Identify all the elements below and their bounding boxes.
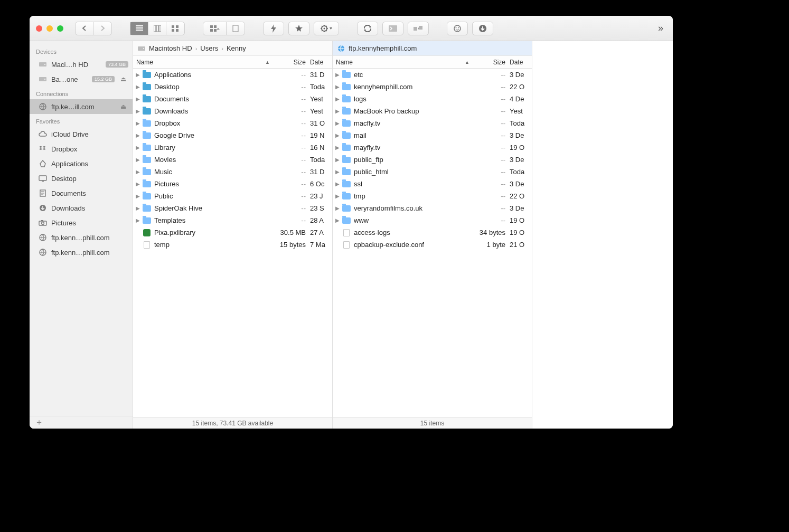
- disclosure-icon[interactable]: ▶: [134, 157, 142, 163]
- disclosure-icon[interactable]: ▶: [134, 181, 142, 187]
- close-button[interactable]: [36, 25, 42, 32]
- arrange-button[interactable]: [203, 22, 227, 35]
- list-item[interactable]: ▶ public_ftp -- 3 De: [333, 154, 532, 166]
- favorite-button[interactable]: [288, 22, 309, 35]
- list-item[interactable]: ▶ Music -- 31 D: [133, 166, 332, 178]
- maximize-button[interactable]: [57, 25, 63, 32]
- list-item[interactable]: cpbackup-exclude.conf 1 byte 21 O: [333, 239, 532, 251]
- list-item[interactable]: ▶ tmp -- 22 O: [333, 190, 532, 202]
- list-item[interactable]: ▶ Desktop -- Toda: [133, 81, 332, 93]
- list-item[interactable]: ▶ mail -- 3 De: [333, 129, 532, 141]
- list-item[interactable]: ▶ public_html -- Toda: [333, 166, 532, 178]
- sidebar-item-ba-one[interactable]: Ba…one 15.2 GB ⏏: [30, 72, 133, 87]
- disclosure-icon[interactable]: ▶: [334, 169, 341, 175]
- list-item[interactable]: ▶ mayfly.tv -- 19 O: [333, 141, 532, 154]
- list-item[interactable]: ▶ kennyhemphill.com -- 22 O: [333, 81, 532, 93]
- list-item[interactable]: ▶ Applications -- 31 D: [133, 69, 332, 81]
- disclosure-icon[interactable]: ▶: [334, 96, 341, 102]
- list-item[interactable]: ▶ ssl -- 3 De: [333, 178, 532, 190]
- list-item[interactable]: ▶ MacBook Pro backup -- Yest: [333, 105, 532, 117]
- breadcrumb[interactable]: Users: [200, 44, 218, 52]
- minimize-button[interactable]: [46, 25, 53, 32]
- disclosure-icon[interactable]: ▶: [134, 169, 142, 175]
- sidebar-item-desktop[interactable]: Desktop: [30, 171, 133, 186]
- disclosure-icon[interactable]: ▶: [134, 132, 142, 138]
- disclosure-icon[interactable]: ▶: [334, 193, 341, 199]
- disclosure-icon[interactable]: ▶: [134, 145, 142, 150]
- disclosure-icon[interactable]: ▶: [334, 217, 341, 223]
- disclosure-icon[interactable]: ▶: [134, 205, 142, 211]
- eject-icon[interactable]: ⏏: [118, 75, 128, 83]
- disclosure-icon[interactable]: ▶: [134, 84, 142, 90]
- disclosure-icon[interactable]: ▶: [334, 108, 341, 114]
- quick-action-button[interactable]: [263, 22, 284, 35]
- disclosure-icon[interactable]: ▶: [334, 145, 341, 150]
- list-item[interactable]: ▶ Public -- 23 J: [133, 190, 332, 202]
- list-item[interactable]: access-logs 34 bytes 19 O: [333, 226, 532, 239]
- breadcrumb[interactable]: Kenny: [227, 44, 246, 52]
- col-name[interactable]: Name▲: [133, 59, 274, 66]
- disclosure-icon[interactable]: ▶: [334, 72, 341, 78]
- list-item[interactable]: ▶ macfly.tv -- Toda: [333, 117, 532, 129]
- list-item[interactable]: ▶ etc -- 3 De: [333, 69, 532, 81]
- list-item[interactable]: ▶ Templates -- 28 A: [133, 214, 332, 226]
- new-file-button[interactable]: [227, 22, 245, 35]
- col-date[interactable]: Date: [310, 59, 332, 66]
- terminal-button[interactable]: [382, 22, 403, 35]
- col-size[interactable]: Size: [274, 59, 310, 66]
- sidebar-item-maci-h-hd[interactable]: Maci…h HD 73.4 GB: [30, 57, 133, 72]
- list-item[interactable]: ▶ veryrandomfilms.co.uk -- 3 De: [333, 202, 532, 214]
- add-location-button[interactable]: ＋: [35, 417, 43, 428]
- sidebar-item-downloads[interactable]: Downloads: [30, 201, 133, 215]
- disclosure-icon[interactable]: ▶: [134, 120, 142, 126]
- nav-forward-button[interactable]: [93, 22, 111, 35]
- disclosure-icon[interactable]: ▶: [334, 205, 341, 211]
- diff-button[interactable]: [408, 22, 429, 35]
- nav-back-button[interactable]: [76, 22, 93, 35]
- sidebar-item-ftp-kenn-phill-com[interactable]: ftp.kenn…phill.com: [30, 245, 133, 260]
- list-item[interactable]: temp 15 bytes 7 Ma: [133, 239, 332, 251]
- list-item[interactable]: ▶ Downloads -- Yest: [133, 105, 332, 117]
- disclosure-icon[interactable]: ▶: [134, 108, 142, 114]
- list-item[interactable]: ▶ www -- 19 O: [333, 214, 532, 226]
- list-item[interactable]: Pixa.pxlibrary 30.5 MB 27 A: [133, 226, 332, 239]
- col-name[interactable]: Name▲: [333, 59, 474, 66]
- sidebar-item-documents[interactable]: Documents: [30, 186, 133, 201]
- view-thumbnails-button[interactable]: [166, 22, 184, 35]
- action-menu-button[interactable]: [314, 22, 339, 35]
- emoji-button[interactable]: [447, 22, 468, 35]
- disclosure-icon[interactable]: ▶: [134, 217, 142, 223]
- list-item[interactable]: ▶ Dropbox -- 31 O: [133, 117, 332, 129]
- view-list-button[interactable]: [130, 22, 148, 35]
- disclosure-icon[interactable]: ▶: [334, 120, 341, 126]
- breadcrumb[interactable]: Macintosh HD: [149, 44, 192, 52]
- col-size[interactable]: Size: [474, 59, 510, 66]
- list-item[interactable]: ▶ Library -- 16 N: [133, 141, 332, 154]
- eject-icon[interactable]: ⏏: [118, 103, 128, 110]
- sidebar-item-pictures[interactable]: Pictures: [30, 215, 133, 230]
- list-item[interactable]: ▶ Google Drive -- 19 N: [133, 129, 332, 141]
- disclosure-icon[interactable]: ▶: [134, 96, 142, 102]
- sidebar-item-icloud-drive[interactable]: iCloud Drive: [30, 127, 133, 141]
- list-item[interactable]: ▶ logs -- 4 De: [333, 93, 532, 105]
- disclosure-icon[interactable]: ▶: [134, 193, 142, 199]
- view-columns-button[interactable]: [148, 22, 166, 35]
- disclosure-icon[interactable]: ▶: [334, 181, 341, 187]
- sync-button[interactable]: [357, 22, 378, 35]
- disclosure-icon[interactable]: ▶: [134, 72, 142, 78]
- list-item[interactable]: ▶ Movies -- Toda: [133, 154, 332, 166]
- sidebar-item-ftp-kenn-phill-com[interactable]: ftp.kenn…phill.com: [30, 230, 133, 245]
- list-item[interactable]: ▶ Pictures -- 6 Oc: [133, 178, 332, 190]
- disclosure-icon[interactable]: ▶: [334, 157, 341, 163]
- toolbar-overflow-button[interactable]: »: [655, 23, 666, 34]
- breadcrumb[interactable]: ftp.kennyhemphill.com: [349, 44, 417, 52]
- list-item[interactable]: ▶ SpiderOak Hive -- 23 S: [133, 202, 332, 214]
- list-item[interactable]: ▶ Documents -- Yest: [133, 93, 332, 105]
- sidebar-item-ftp-ke-ill-com[interactable]: ftp.ke…ill.com ⏏: [30, 99, 133, 114]
- sidebar-item-dropbox[interactable]: Dropbox: [30, 141, 133, 156]
- download-button[interactable]: [472, 22, 493, 35]
- disclosure-icon[interactable]: ▶: [334, 84, 341, 90]
- disclosure-icon[interactable]: ▶: [334, 132, 341, 138]
- col-date[interactable]: Date: [510, 59, 532, 66]
- sidebar-item-applications[interactable]: Applications: [30, 156, 133, 171]
